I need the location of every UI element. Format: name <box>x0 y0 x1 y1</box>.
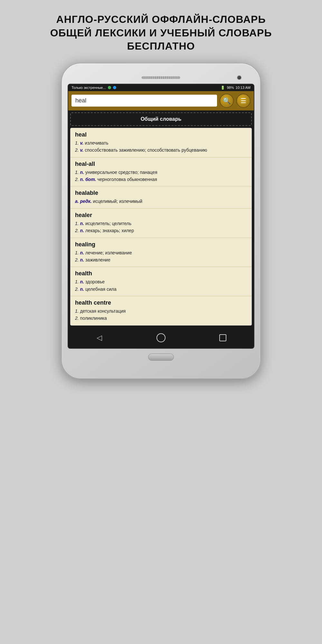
def-heal-2: 2. v. способствовать заживлению; способс… <box>75 147 247 154</box>
entry-health-centre[interactable]: health centre 1. детская консультация 2.… <box>71 296 251 325</box>
physical-home-button[interactable] <box>148 354 174 361</box>
status-bar: Только экстренные... 🔋 98% 10:13 AM <box>68 84 254 91</box>
bluetooth-icon <box>113 86 116 89</box>
def-health-2: 2. n. целебная сила <box>75 286 247 293</box>
entry-health[interactable]: health 1. n. здоровье 2. n. целебная сил… <box>71 267 251 296</box>
search-query[interactable]: heal <box>75 97 86 104</box>
time-display: 10:13 AM <box>236 86 251 90</box>
battery-percent: 98% <box>227 86 234 90</box>
page-title: АНГЛО-РУССКИЙ ОФФЛАЙН-СЛОВАРЬ ОБЩЕЙ ЛЕКС… <box>31 0 291 63</box>
search-input-container[interactable]: heal <box>71 95 217 107</box>
phone-top-bar <box>68 73 254 84</box>
carrier-text: Только экстренные... <box>71 86 106 90</box>
word-healable: healable <box>75 190 247 196</box>
def-heal-all-1: 1. n. универсальное средство; панацея <box>75 169 247 176</box>
def-health-centre-2: 2. поликлиника <box>75 315 247 322</box>
home-icon <box>156 333 166 342</box>
def-heal-1: 1. v. излечивать <box>75 139 247 147</box>
word-heal: heal <box>75 131 247 138</box>
recents-icon <box>219 334 226 341</box>
def-health-1: 1. n. здоровье <box>75 278 247 285</box>
def-heal-all-2: 2. n. бот. черноголовка обыкновенная <box>75 176 247 183</box>
dictionary-content: heal 1. v. излечивать 2. v. способствова… <box>70 128 252 326</box>
def-healing-1: 1. n. лечение; излечивание <box>75 249 247 256</box>
menu-button[interactable]: ☰ <box>236 94 251 108</box>
section-header: Общий словарь <box>70 112 252 126</box>
bottom-navigation: ◁ <box>68 327 254 348</box>
def-healer-1: 1. n. исцелитель; целитель <box>75 220 247 227</box>
menu-icon: ☰ <box>241 97 246 105</box>
entry-healable[interactable]: healable a. редк. исцелимый; излечимый <box>71 186 251 208</box>
entry-healing[interactable]: healing 1. n. лечение; излечивание 2. n.… <box>71 238 251 267</box>
camera-dot <box>237 75 242 80</box>
back-icon: ◁ <box>97 334 102 342</box>
def-healing-2: 2. n. заживление <box>75 256 247 263</box>
entry-heal[interactable]: heal 1. v. излечивать 2. v. способствова… <box>71 128 251 157</box>
entry-healer[interactable]: healer 1. n. исцелитель; целитель 2. n. … <box>71 209 251 238</box>
phone-device: Только экстренные... 🔋 98% 10:13 AM heal… <box>61 63 261 514</box>
phone-screen: Только экстренные... 🔋 98% 10:13 AM heal… <box>68 84 254 349</box>
battery-icon: 🔋 <box>221 86 225 90</box>
search-icon: 🔍 <box>223 97 231 105</box>
word-healer: healer <box>75 212 247 219</box>
word-health-centre: health centre <box>75 299 247 306</box>
search-button[interactable]: 🔍 <box>220 94 234 108</box>
word-heal-all: heal-all <box>75 161 247 167</box>
def-healable-1: a. редк. исцелимый; излечимый <box>75 198 247 205</box>
recents-button[interactable] <box>216 331 229 344</box>
phone-bottom-bar <box>68 349 254 362</box>
def-health-centre-1: 1. детская консультация <box>75 308 247 315</box>
wifi-icon <box>108 86 111 89</box>
word-health: health <box>75 270 247 277</box>
home-button[interactable] <box>155 331 167 344</box>
back-button[interactable]: ◁ <box>93 331 106 344</box>
def-healer-2: 2. n. лекарь; знахарь; хилер <box>75 227 247 234</box>
speaker-grille <box>142 76 180 79</box>
word-healing: healing <box>75 241 247 248</box>
search-bar: heal 🔍 ☰ <box>68 91 254 110</box>
entry-heal-all[interactable]: heal-all 1. n. универсальное средство; п… <box>71 157 251 187</box>
